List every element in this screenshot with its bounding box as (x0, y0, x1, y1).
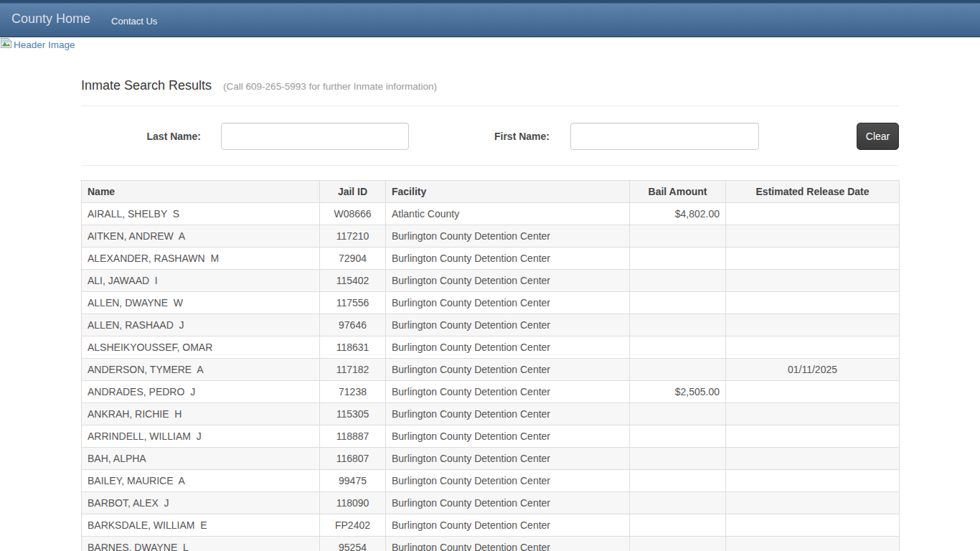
column-header-estimated-release-date: Estimated Release Date (726, 181, 900, 203)
cell-jail-id: 97646 (320, 314, 386, 336)
table-row: BAILEY, MAURICE A99475Burlington County … (82, 470, 900, 492)
cell-bail-amount (630, 359, 726, 381)
inmate-results-table: NameJail IDFacilityBail AmountEstimated … (81, 180, 900, 551)
cell-bail-amount (630, 514, 726, 537)
cell-name: ANDERSON, TYMERE A (82, 359, 320, 381)
cell-bail-amount (630, 336, 726, 359)
cell-estimated-release-date (726, 292, 900, 314)
table-row: BARNES, DWAYNE L95254Burlington County D… (82, 537, 900, 551)
cell-facility: Atlantic County (386, 203, 630, 225)
table-row: ANKRAH, RICHIE H115305Burlington County … (82, 403, 900, 425)
column-header-name: Name (82, 181, 320, 203)
table-row: BARKSDALE, WILLIAM EFP2402Burlington Cou… (82, 514, 900, 537)
cell-bail-amount (630, 448, 726, 470)
cell-jail-id: 116807 (320, 448, 386, 470)
cell-bail-amount: $4,802.00 (630, 203, 726, 225)
table-row: ALI, JAWAAD I115402Burlington County Det… (82, 270, 900, 292)
cell-jail-id: FP2402 (320, 514, 386, 537)
cell-facility: Burlington County Detention Center (386, 492, 630, 514)
cell-name: BAILEY, MAURICE A (82, 470, 320, 492)
cell-bail-amount: $2,505.00 (630, 381, 726, 403)
cell-facility: Burlington County Detention Center (386, 403, 630, 425)
cell-jail-id: 118887 (320, 425, 386, 448)
first-name-input[interactable] (570, 123, 759, 150)
cell-bail-amount (630, 314, 726, 336)
cell-facility: Burlington County Detention Center (386, 425, 630, 448)
cell-jail-id: 117182 (320, 359, 386, 381)
cell-name: ARRINDELL, WILLIAM J (82, 425, 320, 448)
cell-jail-id: 99475 (320, 470, 386, 492)
table-row: ALLEN, RASHAAD J97646Burlington County D… (82, 314, 900, 336)
cell-estimated-release-date (726, 492, 900, 514)
table-row: ALEXANDER, RASHAWN M72904Burlington Coun… (82, 248, 900, 270)
cell-bail-amount (630, 425, 726, 448)
cell-name: ANDRADES, PEDRO J (82, 381, 320, 403)
cell-name: ALI, JAWAAD I (82, 270, 320, 292)
cell-facility: Burlington County Detention Center (386, 537, 630, 551)
cell-name: ALLEN, RASHAAD J (82, 314, 320, 336)
header-image-link[interactable]: Header Image (0, 37, 86, 50)
cell-bail-amount (630, 270, 726, 292)
header-image-alt-text: Header Image (14, 39, 75, 50)
cell-estimated-release-date: 01/11/2025 (726, 359, 900, 381)
cell-jail-id: 118631 (320, 336, 386, 359)
cell-name: ANKRAH, RICHIE H (82, 403, 320, 425)
broken-image-icon (1, 38, 12, 52)
table-row: ANDERSON, TYMERE A117182Burlington Count… (82, 359, 900, 381)
cell-jail-id: 72904 (320, 248, 386, 270)
column-header-jail-id: Jail ID (320, 181, 386, 203)
form-divider (81, 165, 899, 166)
table-header: NameJail IDFacilityBail AmountEstimated … (82, 181, 900, 203)
cell-estimated-release-date (726, 314, 900, 336)
cell-jail-id: 117210 (320, 225, 386, 248)
cell-facility: Burlington County Detention Center (386, 270, 630, 292)
cell-jail-id: 117556 (320, 292, 386, 314)
county-home-link[interactable]: County Home (11, 10, 90, 27)
cell-bail-amount (630, 403, 726, 425)
cell-estimated-release-date (726, 203, 900, 225)
table-row: ANDRADES, PEDRO J71238Burlington County … (82, 381, 900, 403)
cell-estimated-release-date (726, 336, 900, 359)
cell-estimated-release-date (726, 248, 900, 270)
cell-name: BARBOT, ALEX J (82, 492, 320, 514)
cell-name: BARKSDALE, WILLIAM E (82, 514, 320, 537)
cell-bail-amount (630, 537, 726, 551)
cell-jail-id: 71238 (320, 381, 386, 403)
cell-facility: Burlington County Detention Center (386, 381, 630, 403)
cell-facility: Burlington County Detention Center (386, 470, 630, 492)
page-title-text: Inmate Search Results (81, 78, 212, 93)
cell-bail-amount (630, 248, 726, 270)
cell-name: ALSHEIKYOUSSEF, OMAR (82, 336, 320, 359)
cell-jail-id: 95254 (320, 537, 386, 551)
page-title: Inmate Search Results(Call 609-265-5993 … (81, 77, 899, 95)
contact-us-link[interactable]: Contact Us (111, 11, 157, 27)
first-name-label: First Name: (492, 131, 550, 142)
cell-estimated-release-date (726, 448, 900, 470)
cell-facility: Burlington County Detention Center (386, 359, 630, 381)
cell-bail-amount (630, 470, 726, 492)
cell-bail-amount (630, 492, 726, 514)
cell-facility: Burlington County Detention Center (386, 292, 630, 314)
cell-estimated-release-date (726, 270, 900, 292)
column-header-bail-amount: Bail Amount (630, 181, 726, 203)
cell-name: AITKEN, ANDREW A (82, 225, 320, 248)
cell-facility: Burlington County Detention Center (386, 314, 630, 336)
cell-jail-id: 118090 (320, 492, 386, 514)
cell-jail-id: W08666 (320, 203, 386, 225)
last-name-label: Last Name: (81, 131, 201, 142)
cell-estimated-release-date (726, 537, 900, 551)
last-name-input[interactable] (221, 123, 409, 150)
top-navbar: County Home Contact Us (0, 0, 980, 37)
table-header-row: NameJail IDFacilityBail AmountEstimated … (82, 181, 900, 203)
table-row: ARRINDELL, WILLIAM J118887Burlington Cou… (82, 425, 900, 448)
cell-facility: Burlington County Detention Center (386, 514, 630, 537)
page-subtitle: (Call 609-265-5993 for further Inmate in… (223, 81, 437, 92)
cell-jail-id: 115305 (320, 403, 386, 425)
table-row: AITKEN, ANDREW A117210Burlington County … (82, 225, 900, 248)
table-row: ALSHEIKYOUSSEF, OMAR118631Burlington Cou… (82, 336, 900, 359)
cell-name: BARNES, DWAYNE L (82, 537, 320, 551)
cell-estimated-release-date (726, 514, 900, 537)
clear-button[interactable]: Clear (857, 123, 899, 150)
cell-estimated-release-date (726, 403, 900, 425)
cell-name: BAH, ALPHA (82, 448, 320, 470)
